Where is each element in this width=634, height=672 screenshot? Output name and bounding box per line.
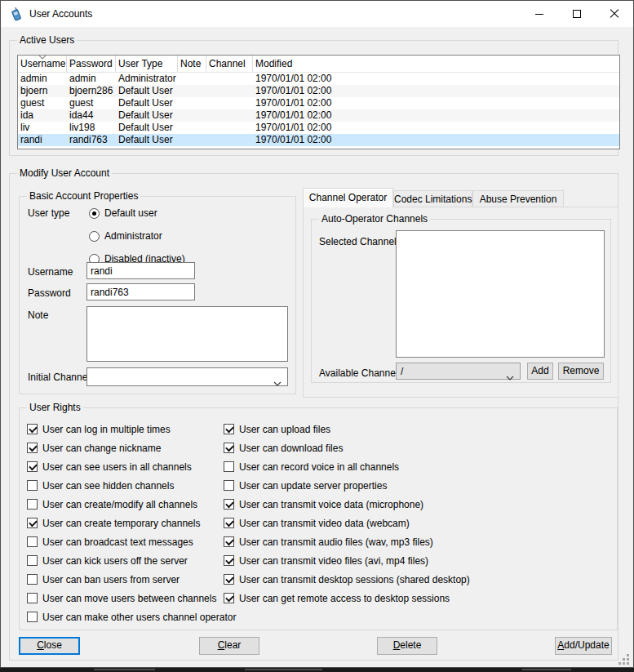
cell-note bbox=[178, 134, 206, 146]
close-icon bbox=[610, 9, 619, 19]
table-row[interactable]: admin admin Administrator 1970/01/01 02:… bbox=[18, 73, 619, 85]
table-row[interactable]: ida ida44 Default User 1970/01/01 02:00 bbox=[18, 109, 619, 122]
close-window-button[interactable] bbox=[596, 1, 633, 27]
checkbox-transmit-video-files[interactable]: User can transmit video files (avi, mp4 … bbox=[224, 554, 428, 567]
username-label: Username bbox=[28, 267, 73, 278]
minimize-button[interactable] bbox=[521, 1, 558, 27]
checkbox-icon bbox=[224, 499, 234, 510]
checkbox-see-users-all-channels[interactable]: User can see users in all channels bbox=[27, 461, 192, 473]
checkbox-transmit-video-data[interactable]: User can transmit video data (webcam) bbox=[224, 517, 410, 529]
checkbox-label: User can create/modify all channels bbox=[42, 499, 197, 510]
radio-default-user[interactable]: Default user bbox=[89, 207, 157, 219]
checkbox-create-temporary-channels[interactable]: User can create temporary channels bbox=[27, 517, 200, 529]
checkbox-transmit-voice[interactable]: User can transmit voice data (microphone… bbox=[224, 498, 423, 510]
tab-abuse-prevention[interactable]: Abuse Prevention bbox=[472, 190, 564, 207]
cell-channel bbox=[206, 73, 253, 85]
checkbox-transmit-desktop-sessions[interactable]: User can transmit desktop sessions (shar… bbox=[224, 573, 470, 585]
maximize-button[interactable] bbox=[558, 1, 596, 27]
checkbox-label: User can create temporary channels bbox=[42, 518, 200, 529]
checkbox-change-nickname[interactable]: User can change nickname bbox=[27, 442, 161, 454]
initial-channel-label: Initial Channel bbox=[28, 372, 90, 383]
checkbox-kick-users[interactable]: User can kick users off the server bbox=[27, 554, 188, 567]
checkbox-icon bbox=[224, 518, 234, 528]
active-users-table[interactable]: Username Password User Type Note Channel… bbox=[17, 55, 620, 149]
initial-channel-combobox[interactable] bbox=[86, 367, 288, 386]
checkbox-move-users[interactable]: User can move users between channels bbox=[27, 592, 216, 604]
close-button[interactable]: Close bbox=[19, 637, 80, 655]
titlebar-controls bbox=[521, 1, 633, 27]
column-header-password[interactable]: Password bbox=[67, 56, 116, 72]
cell-user-type: Default User bbox=[116, 85, 178, 97]
table-row[interactable]: guest guest Default User 1970/01/01 02:0… bbox=[18, 97, 619, 109]
checkbox-record-voice[interactable]: User can record voice in all channels bbox=[224, 461, 399, 473]
cell-channel bbox=[206, 122, 253, 134]
checkbox-label: User can make other users channel operat… bbox=[42, 612, 236, 623]
password-input[interactable] bbox=[86, 283, 195, 300]
checkbox-login-multiple-times[interactable]: User can log in multiple times bbox=[27, 423, 171, 435]
window-title: User Accounts bbox=[29, 8, 92, 20]
checkbox-broadcast-text-messages[interactable]: User can broadcast text messages bbox=[27, 536, 193, 548]
checkbox-update-server-properties[interactable]: User can update server properties bbox=[224, 479, 387, 492]
column-header-modified[interactable]: Modified bbox=[253, 56, 619, 72]
checkbox-download-files[interactable]: User can download files bbox=[224, 442, 343, 454]
checkbox-icon bbox=[27, 499, 38, 510]
checkbox-make-channel-operator[interactable]: User can make other users channel operat… bbox=[27, 611, 236, 623]
column-header-channel[interactable]: Channel bbox=[206, 56, 253, 72]
note-input[interactable] bbox=[86, 306, 288, 362]
checkbox-label: User can change nickname bbox=[42, 443, 161, 454]
checkbox-create-modify-all-channels[interactable]: User can create/modify all channels bbox=[27, 498, 197, 510]
column-header-note[interactable]: Note bbox=[178, 56, 206, 72]
available-channels-combobox[interactable]: / bbox=[396, 363, 521, 380]
checkbox-icon bbox=[224, 480, 234, 491]
selected-channels-listbox[interactable] bbox=[396, 230, 605, 358]
user-accounts-dialog: User Accounts Active Users Username Pass… bbox=[0, 0, 634, 668]
tab-channel-operator[interactable]: Channel Operator bbox=[303, 188, 393, 207]
checkbox-icon bbox=[27, 555, 38, 566]
checkbox-label: User can broadcast text messages bbox=[42, 536, 193, 548]
checkbox-upload-files[interactable]: User can upload files bbox=[224, 423, 330, 435]
cell-modified: 1970/01/01 02:00 bbox=[253, 85, 619, 97]
checkbox-label: User can log in multiple times bbox=[42, 424, 171, 435]
add-button[interactable]: Add bbox=[527, 363, 553, 380]
cell-password: liv198 bbox=[67, 122, 116, 134]
cell-password: ida44 bbox=[67, 109, 116, 122]
column-header-user-type[interactable]: User Type bbox=[116, 56, 178, 72]
remove-button[interactable]: Remove bbox=[558, 363, 604, 380]
table-row[interactable]: bjoern bjoern286 Default User 1970/01/01… bbox=[18, 85, 619, 97]
chevron-down-icon bbox=[273, 375, 282, 391]
table-header: Username Password User Type Note Channel… bbox=[18, 56, 619, 73]
cell-username: liv bbox=[18, 122, 67, 134]
chevron-down-icon bbox=[506, 369, 514, 385]
cell-user-type: Administrator bbox=[116, 73, 178, 85]
delete-button[interactable]: Delete bbox=[377, 637, 437, 655]
available-channels-label: Available Channels bbox=[319, 368, 403, 379]
add-update-button-label: dd/Update bbox=[564, 639, 609, 651]
checkbox-icon bbox=[224, 461, 234, 472]
resize-grip[interactable] bbox=[618, 654, 630, 665]
close-button-mnemonic: C bbox=[37, 639, 44, 651]
clear-button[interactable]: Clear bbox=[199, 637, 259, 655]
basic-account-properties-group-label: Basic Account Properties bbox=[27, 191, 140, 202]
radio-icon bbox=[89, 231, 100, 242]
tab-codec-limitations[interactable]: Codec Limitations bbox=[393, 190, 472, 207]
add-update-button[interactable]: Add/Update bbox=[555, 637, 612, 655]
username-input[interactable] bbox=[86, 262, 195, 279]
checkbox-transmit-audio-files[interactable]: User can transmit audio files (wav, mp3 … bbox=[224, 536, 433, 548]
checkbox-label: User can record voice in all channels bbox=[239, 461, 399, 473]
cell-note bbox=[178, 122, 206, 134]
table-row[interactable]: liv liv198 Default User 1970/01/01 02:00 bbox=[18, 122, 619, 134]
titlebar[interactable]: User Accounts bbox=[1, 1, 633, 27]
app-icon bbox=[9, 7, 23, 21]
checkbox-label: User can transmit voice data (microphone… bbox=[239, 499, 423, 510]
checkbox-label: User can update server properties bbox=[239, 480, 387, 492]
table-row-selected[interactable]: randi randi763 Default User 1970/01/01 0… bbox=[18, 134, 619, 146]
checkbox-ban-users[interactable]: User can ban users from server bbox=[27, 573, 180, 585]
radio-administrator[interactable]: Administrator bbox=[89, 230, 162, 242]
delete-button-label: elete bbox=[400, 639, 421, 651]
cell-user-type: Default User bbox=[116, 134, 178, 146]
checkbox-remote-access-desktop[interactable]: User can get remote access to desktop se… bbox=[224, 592, 450, 604]
checkbox-see-hidden-channels[interactable]: User can see hidden channels bbox=[27, 479, 174, 492]
radio-label: Default user bbox=[104, 207, 157, 219]
cell-channel bbox=[206, 134, 253, 146]
checkbox-label: User can transmit desktop sessions (shar… bbox=[239, 574, 470, 585]
